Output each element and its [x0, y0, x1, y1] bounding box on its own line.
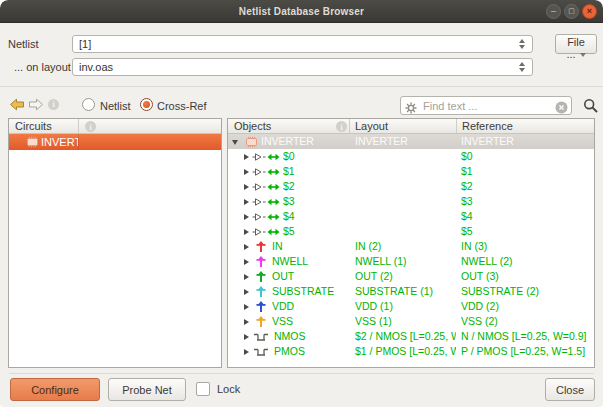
close-button[interactable]: Close: [545, 378, 595, 401]
crossref-radio[interactable]: [140, 98, 153, 111]
reference-cell: SUBSTRATE (2): [461, 284, 592, 299]
netlist-database-browser-dialog: Netlist Database Browser – ▢ × Netlist […: [0, 0, 603, 407]
tree-row-4[interactable]: $4$4: [228, 209, 594, 224]
layout-cell: $1 / PMOS [L=0.25, W=1.: [355, 344, 456, 359]
search-button[interactable]: [577, 97, 595, 115]
expand-arrow-icon[interactable]: [244, 334, 249, 340]
objects-header[interactable]: Objects i Layout Reference: [228, 119, 594, 134]
tree-row-nmos[interactable]: NMOS$2 / NMOS [L=0.25, W=0.N / NMOS [L=0…: [228, 329, 594, 344]
layout-cell: [355, 224, 456, 239]
circuits-header-label[interactable]: Circuits: [15, 119, 52, 133]
layout-cell: IN (2): [355, 239, 456, 254]
tree-row-out[interactable]: OUTOUT (2)OUT (3): [228, 269, 594, 284]
tree-row-vss[interactable]: VSSVSS (1)VSS (2): [228, 314, 594, 329]
expand-arrow-icon[interactable]: [244, 184, 249, 190]
circuits-list: INVERTER: [9, 134, 221, 367]
objects-tree: INVERTERINVERTERINVERTER$0$0$1$1$2$2$3$3…: [228, 134, 594, 367]
expand-arrow-icon[interactable]: [244, 259, 249, 265]
circuit-row[interactable]: INVERTER: [9, 134, 221, 150]
lock-checkbox[interactable]: [196, 382, 210, 396]
file-menu-button[interactable]: File ...: [555, 34, 597, 54]
expand-arrow-icon[interactable]: [244, 199, 249, 205]
tree-row-3[interactable]: $3$3: [228, 194, 594, 209]
chevron-down-icon: [580, 53, 586, 57]
separator: [0, 86, 603, 87]
layout-cell: $2 / NMOS [L=0.25, W=0.: [355, 329, 456, 344]
netlist-radio-label[interactable]: Netlist: [100, 100, 131, 112]
tree-row-2[interactable]: $2$2: [228, 179, 594, 194]
expand-arrow-icon[interactable]: [244, 319, 249, 325]
forward-arrow-icon: [28, 98, 44, 111]
spinner-arrows-icon[interactable]: [518, 38, 526, 50]
reference-cell: INVERTER: [461, 134, 592, 149]
tree-row-vdd[interactable]: VDDVDD (1)VDD (2): [228, 299, 594, 314]
layout-cell: SUBSTRATE (1): [355, 284, 456, 299]
reference-cell: $2: [461, 179, 592, 194]
layout-cell: VDD (1): [355, 299, 456, 314]
reference-cell: NWELL (2): [461, 254, 592, 269]
reference-cell: $0: [461, 149, 592, 164]
column-divider[interactable]: [78, 119, 79, 133]
tree-row-in[interactable]: ININ (2)IN (3): [228, 239, 594, 254]
expand-arrow-icon[interactable]: [244, 349, 249, 355]
spinner-arrows-icon[interactable]: [518, 61, 526, 73]
collapse-arrow-icon[interactable]: [232, 140, 238, 145]
info-icon[interactable]: i: [48, 99, 59, 110]
tree-row-pmos[interactable]: PMOS$1 / PMOS [L=0.25, W=1.P / PMOS [L=0…: [228, 344, 594, 359]
back-arrow-icon: [9, 98, 25, 111]
find-box: [400, 96, 572, 115]
reference-cell: OUT (3): [461, 269, 592, 284]
expand-arrow-icon[interactable]: [244, 169, 249, 175]
column-divider[interactable]: [349, 119, 350, 133]
search-icon: [583, 98, 599, 114]
layout-cell: NWELL (1): [355, 254, 456, 269]
probe-net-button[interactable]: Probe Net: [108, 378, 186, 401]
expand-arrow-icon[interactable]: [244, 154, 249, 160]
layout-cell: [355, 149, 456, 164]
layout-cell: INVERTER: [355, 134, 456, 149]
forward-button[interactable]: [28, 97, 44, 115]
window-title: Netlist Database Browser: [0, 0, 603, 23]
tree-row-nwell[interactable]: NWELLNWELL (1)NWELL (2): [228, 254, 594, 269]
maximize-icon[interactable]: ▢: [564, 4, 579, 19]
reference-header-label[interactable]: Reference: [462, 119, 513, 133]
reference-cell: VSS (2): [461, 314, 592, 329]
close-icon[interactable]: ×: [582, 4, 597, 19]
reference-cell: $5: [461, 224, 592, 239]
netlist-combo[interactable]: [1]: [72, 35, 533, 53]
expand-arrow-icon[interactable]: [244, 214, 249, 220]
layout-header-label[interactable]: Layout: [355, 119, 388, 133]
layout-cell: VSS (1): [355, 314, 456, 329]
expand-arrow-icon[interactable]: [244, 229, 249, 235]
layout-combo[interactable]: inv.oas: [72, 58, 533, 76]
expand-arrow-icon[interactable]: [244, 304, 249, 310]
window-controls: – ▢ ×: [546, 4, 597, 19]
chip-icon: [26, 136, 39, 150]
tree-row-substrate[interactable]: SUBSTRATESUBSTRATE (1)SUBSTRATE (2): [228, 284, 594, 299]
tree-row-inverter[interactable]: INVERTERINVERTERINVERTER: [228, 134, 594, 149]
gear-icon[interactable]: [405, 100, 417, 118]
reference-cell: $1: [461, 164, 592, 179]
titlebar[interactable]: Netlist Database Browser – ▢ ×: [0, 0, 603, 23]
back-button[interactable]: [9, 97, 25, 115]
minimize-icon[interactable]: –: [546, 4, 561, 19]
expand-arrow-icon[interactable]: [244, 289, 249, 295]
objects-header-label[interactable]: Objects: [234, 119, 271, 133]
tree-row-5[interactable]: $5$5: [228, 224, 594, 239]
netlist-radio[interactable]: [82, 98, 95, 111]
lock-checkbox-label[interactable]: Lock: [217, 383, 240, 395]
expand-arrow-icon[interactable]: [244, 244, 249, 250]
info-column-icon: i: [85, 121, 96, 132]
configure-button[interactable]: Configure: [10, 378, 100, 401]
reference-cell: $4: [461, 209, 592, 224]
layout-cell: [355, 194, 456, 209]
tree-row-0[interactable]: $0$0: [228, 149, 594, 164]
crossref-radio-label[interactable]: Cross-Ref: [157, 100, 207, 112]
tree-row-1[interactable]: $1$1: [228, 164, 594, 179]
clear-search-icon[interactable]: [555, 100, 568, 118]
circuits-header[interactable]: Circuits i: [9, 119, 221, 134]
find-input[interactable]: [421, 98, 547, 113]
expand-arrow-icon[interactable]: [244, 274, 249, 280]
column-divider[interactable]: [456, 119, 457, 133]
separator: [9, 373, 594, 374]
